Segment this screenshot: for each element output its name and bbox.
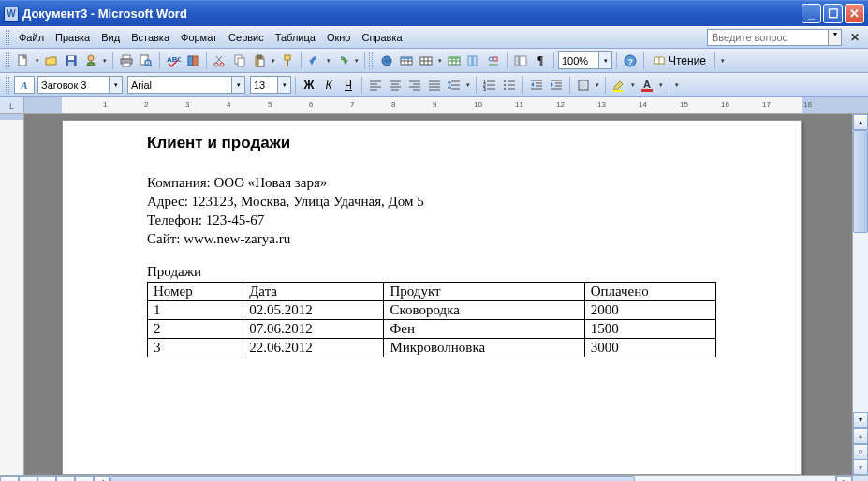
redo-dropdown[interactable]: ▾ bbox=[353, 57, 360, 65]
bold-button[interactable]: Ж bbox=[300, 76, 318, 95]
vertical-ruler[interactable] bbox=[0, 114, 24, 475]
save-button[interactable] bbox=[62, 51, 81, 70]
hscroll-track[interactable] bbox=[110, 476, 836, 481]
tables-borders-button[interactable] bbox=[397, 51, 416, 70]
vertical-scrollbar[interactable]: ▴ ▾ ▴ ○ ▾ bbox=[852, 114, 868, 475]
bullets-button[interactable] bbox=[500, 76, 519, 95]
minimize-button[interactable]: _ bbox=[802, 4, 821, 23]
open-button[interactable] bbox=[42, 51, 61, 70]
table-row[interactable]: 207.06.2012Фен1500 bbox=[148, 320, 716, 339]
web-view-button[interactable]: ▦ bbox=[19, 476, 37, 481]
align-left-button[interactable] bbox=[366, 76, 385, 95]
table-cell[interactable]: Фен bbox=[384, 320, 584, 339]
decrease-indent-button[interactable] bbox=[527, 76, 546, 95]
table-header-row[interactable]: НомерДатаПродуктОплачено bbox=[148, 283, 716, 301]
table-cell[interactable]: Сковородка bbox=[384, 301, 584, 320]
zoom-combo[interactable]: ▾ bbox=[558, 51, 612, 69]
table-cell[interactable]: 2 bbox=[148, 320, 243, 339]
align-justify-button[interactable] bbox=[425, 76, 444, 95]
menu-table[interactable]: Таблица bbox=[270, 30, 321, 45]
help-button[interactable]: ? bbox=[621, 51, 640, 70]
paste-dropdown[interactable]: ▾ bbox=[270, 57, 277, 65]
increase-indent-button[interactable] bbox=[547, 76, 566, 95]
print-preview-button[interactable] bbox=[137, 51, 155, 70]
size-input[interactable] bbox=[251, 77, 277, 93]
scroll-track[interactable] bbox=[853, 130, 868, 412]
table-header-cell[interactable]: Продукт bbox=[384, 283, 584, 301]
format-toolbar-options[interactable]: ▾ bbox=[673, 81, 681, 89]
info-line-3[interactable]: Сайт: www.new-zarya.ru bbox=[147, 231, 716, 247]
table-cell[interactable]: 1500 bbox=[584, 320, 715, 339]
horizontal-ruler[interactable]: 321123456789101112131415161718 bbox=[24, 97, 868, 113]
table-cell[interactable]: 22.06.2012 bbox=[243, 339, 384, 357]
scroll-thumb[interactable] bbox=[853, 130, 868, 233]
table-header-cell[interactable]: Дата bbox=[243, 283, 384, 301]
menu-file[interactable]: Файл bbox=[13, 30, 50, 45]
outline-view-button[interactable]: ☰ bbox=[56, 476, 75, 481]
spelling-button[interactable]: ABC bbox=[164, 51, 183, 70]
document-page[interactable]: Клиент и продажи Компания: ООО «Новая за… bbox=[62, 120, 802, 475]
scroll-up-button[interactable]: ▴ bbox=[853, 114, 868, 130]
document-viewport[interactable]: Клиент и продажи Компания: ООО «Новая за… bbox=[24, 114, 852, 475]
copy-button[interactable] bbox=[230, 51, 249, 70]
scroll-down-button[interactable]: ▾ bbox=[853, 412, 868, 428]
hyperlink-button[interactable] bbox=[377, 51, 396, 70]
table-cell[interactable]: 07.06.2012 bbox=[243, 320, 384, 339]
prev-page-button[interactable]: ▴ bbox=[853, 428, 868, 444]
redo-button[interactable] bbox=[333, 51, 352, 70]
size-combo[interactable]: ▾ bbox=[250, 76, 291, 94]
menu-help[interactable]: Справка bbox=[356, 30, 407, 45]
sales-table[interactable]: НомерДатаПродуктОплачено 102.05.2012Сков… bbox=[147, 282, 716, 357]
print-button[interactable] bbox=[117, 51, 136, 70]
line-spacing-dropdown[interactable]: ▾ bbox=[464, 81, 472, 89]
align-right-button[interactable] bbox=[405, 76, 424, 95]
highlight-button[interactable] bbox=[610, 76, 628, 95]
undo-button[interactable] bbox=[305, 51, 324, 70]
paste-button[interactable] bbox=[250, 51, 269, 70]
read-mode-button[interactable]: Чтение bbox=[648, 51, 711, 70]
insert-table-button[interactable] bbox=[417, 51, 435, 70]
borders-dropdown[interactable]: ▾ bbox=[594, 81, 601, 89]
menu-edit[interactable]: Правка bbox=[50, 30, 96, 45]
insert-excel-button[interactable] bbox=[445, 51, 463, 70]
font-combo[interactable]: ▾ bbox=[127, 76, 245, 94]
borders-button[interactable] bbox=[574, 76, 593, 95]
line-spacing-button[interactable] bbox=[445, 76, 463, 95]
table-cell[interactable]: Микроволновка bbox=[384, 339, 584, 357]
hscroll-left-button[interactable]: ◂ bbox=[94, 476, 110, 481]
table-cell[interactable]: 2000 bbox=[584, 301, 715, 320]
undo-dropdown[interactable]: ▾ bbox=[325, 57, 332, 65]
doc-map-button[interactable] bbox=[511, 51, 530, 70]
font-color-dropdown[interactable]: ▾ bbox=[657, 81, 665, 89]
research-button[interactable] bbox=[184, 51, 202, 70]
drawing-button[interactable] bbox=[484, 51, 503, 70]
hscroll-thumb[interactable] bbox=[110, 476, 635, 481]
print-view-button[interactable]: ▤ bbox=[37, 476, 56, 481]
menu-tools[interactable]: Сервис bbox=[223, 30, 270, 45]
zoom-input[interactable] bbox=[559, 52, 598, 68]
toolbar-grip[interactable] bbox=[6, 52, 9, 69]
reading-view-button[interactable]: ▭ bbox=[75, 476, 94, 481]
toolbar-grip-2[interactable] bbox=[369, 52, 373, 69]
doc-close-button[interactable]: ✕ bbox=[847, 31, 862, 44]
table-cell[interactable]: 3 bbox=[148, 339, 243, 357]
italic-button[interactable]: К bbox=[319, 76, 338, 95]
next-page-button[interactable]: ▾ bbox=[853, 459, 868, 475]
table-row[interactable]: 322.06.2012Микроволновка3000 bbox=[148, 339, 716, 357]
style-input[interactable] bbox=[38, 77, 109, 93]
table-header-cell[interactable]: Номер bbox=[148, 283, 243, 301]
columns-button[interactable] bbox=[464, 51, 483, 70]
info-line-0[interactable]: Компания: ООО «Новая заря» bbox=[147, 175, 716, 191]
info-line-2[interactable]: Телефон: 123-45-67 bbox=[147, 212, 716, 228]
numbering-button[interactable]: 123 bbox=[480, 76, 499, 95]
maximize-button[interactable]: ☐ bbox=[823, 4, 843, 23]
new-dropdown[interactable]: ▾ bbox=[34, 57, 41, 65]
size-dropdown[interactable]: ▾ bbox=[277, 77, 290, 93]
cut-button[interactable] bbox=[211, 51, 229, 70]
info-line-1[interactable]: Адрес: 123123, Москва, Улица Удачная, До… bbox=[147, 194, 716, 210]
permission-button[interactable] bbox=[81, 51, 100, 70]
ruler-corner[interactable]: L bbox=[0, 97, 24, 113]
table-row[interactable]: 102.05.2012Сковородка2000 bbox=[148, 301, 716, 320]
style-dropdown[interactable]: ▾ bbox=[109, 77, 122, 93]
toolbar-options[interactable]: ▾ bbox=[719, 57, 727, 65]
